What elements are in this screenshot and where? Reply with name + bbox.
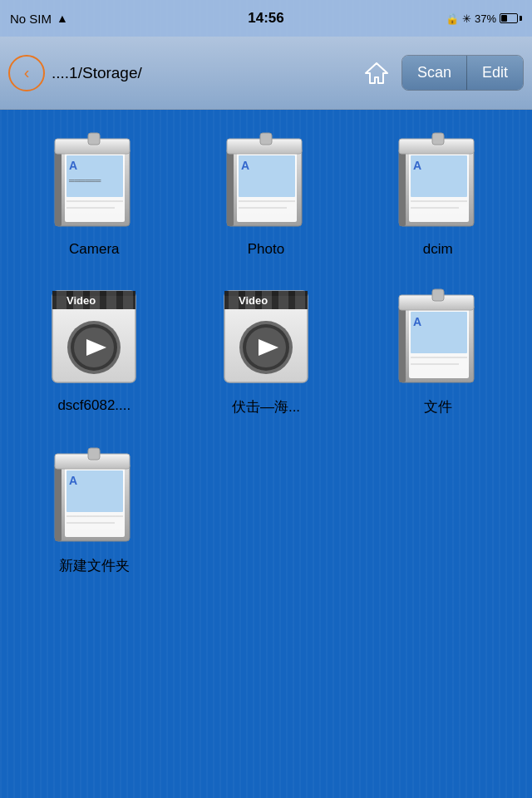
file-label: dscf6082....	[57, 397, 131, 414]
lock-icon: 🔒	[446, 12, 459, 25]
time-label: 14:56	[248, 10, 283, 27]
folder-icon: A	[392, 126, 484, 234]
folder-icon: A ══════	[48, 126, 140, 234]
list-item[interactable]: A Photo	[180, 126, 352, 258]
svg-rect-12	[227, 147, 234, 226]
svg-text:Video: Video	[239, 294, 268, 307]
battery-indicator	[500, 13, 522, 23]
list-item[interactable]: Video 伏击—海...	[180, 283, 352, 416]
svg-rect-21	[399, 147, 406, 226]
list-item[interactable]: A ══════ Camera	[8, 126, 180, 258]
status-left: No SIM ▲	[10, 12, 68, 26]
file-label: dcim	[423, 241, 453, 258]
list-item[interactable]: A 新建文件夹	[8, 441, 180, 575]
status-bar: No SIM ▲ 14:56 🔒 ✳ 37%	[0, 0, 532, 37]
svg-text:A: A	[413, 159, 421, 172]
svg-rect-33	[57, 291, 66, 309]
list-item[interactable]: Video dscf6082....	[8, 283, 180, 416]
svg-rect-8	[88, 133, 100, 145]
svg-text:A: A	[69, 474, 77, 487]
file-label: Camera	[69, 241, 119, 258]
video-icon: Video	[48, 283, 140, 391]
svg-rect-18	[260, 133, 272, 145]
path-label: ....1/Storage/	[52, 64, 352, 82]
file-label: 伏击—海...	[232, 397, 300, 416]
video-icon: Video	[220, 283, 312, 391]
edit-button[interactable]: Edit	[467, 56, 523, 90]
scan-button[interactable]: Scan	[402, 56, 467, 90]
folder-icon: A	[48, 441, 140, 549]
svg-rect-37	[123, 291, 133, 309]
svg-rect-49	[278, 291, 288, 309]
navbar: ‹ ....1/Storage/ Scan Edit	[0, 37, 532, 110]
svg-text:A: A	[241, 159, 249, 172]
svg-text:A: A	[69, 159, 77, 172]
home-icon	[364, 61, 389, 86]
folder-icon: A	[220, 126, 312, 234]
file-label: 新建文件夹	[59, 556, 130, 575]
file-label: 文件	[424, 397, 452, 416]
back-button[interactable]: ‹	[8, 55, 45, 91]
list-item[interactable]: A dcim	[352, 126, 524, 258]
svg-text:A: A	[413, 315, 421, 328]
svg-rect-66	[55, 462, 62, 541]
svg-text:══════: ══════	[68, 176, 101, 185]
svg-rect-57	[399, 303, 406, 382]
svg-text:Video: Video	[66, 294, 96, 307]
list-item[interactable]: A 文件	[352, 283, 524, 416]
svg-rect-2	[55, 147, 62, 226]
svg-rect-50	[295, 291, 305, 309]
svg-marker-0	[366, 63, 387, 83]
carrier-label: No SIM	[10, 12, 52, 26]
folder-icon: A	[392, 283, 484, 391]
file-grid: A ══════ Camera A Photo	[0, 110, 532, 592]
scan-edit-group: Scan Edit	[401, 55, 524, 91]
battery-percent: 37%	[475, 12, 496, 25]
svg-rect-63	[432, 289, 444, 301]
wifi-icon: ▲	[57, 12, 68, 25]
bluetooth-icon: ✳	[462, 12, 471, 25]
svg-rect-36	[106, 291, 116, 309]
file-label: Photo	[248, 241, 284, 258]
home-button[interactable]	[358, 55, 395, 91]
svg-rect-72	[88, 448, 100, 460]
svg-rect-27	[432, 133, 444, 145]
status-right: 🔒 ✳ 37%	[446, 12, 522, 25]
svg-rect-46	[229, 291, 239, 309]
